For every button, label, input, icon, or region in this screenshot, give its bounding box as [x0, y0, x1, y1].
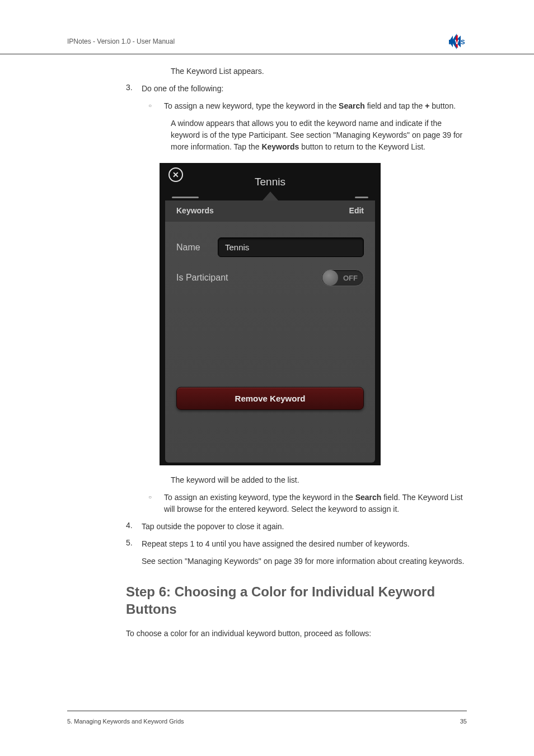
page-footer: 5. Managing Keywords and Keyword Grids 3…	[67, 711, 467, 725]
step3-bullet1: ○ To assign a new keyword, type the keyw…	[148, 100, 467, 112]
step3-para2: A window appears that allows you to edit…	[171, 118, 467, 153]
participant-toggle[interactable]: OFF	[321, 269, 364, 286]
popover-title: Tennis	[162, 166, 378, 189]
edit-panel: Name Tennis Is Participant OFF Remove Ke…	[165, 222, 375, 463]
step-text: Tap outside the popover to close it agai…	[142, 521, 467, 533]
step-num: 3.	[126, 83, 142, 95]
participant-label: Is Participant	[176, 273, 228, 283]
popover-arrow-icon	[263, 192, 278, 200]
bullet-text: To assign a new keyword, type the keywor…	[164, 100, 467, 112]
step3-bullet2: ○ To assign an existing keyword, type th…	[148, 492, 467, 515]
footer-page: 35	[460, 718, 467, 725]
name-label: Name	[176, 242, 218, 253]
step3-after-img: The keyword will be added to the list.	[171, 474, 467, 486]
close-icon[interactable]: ✕	[168, 167, 183, 182]
participant-row: Is Participant OFF	[176, 269, 364, 286]
step-num: 5.	[126, 538, 142, 550]
step-4: 4. Tap outside the popover to close it a…	[126, 521, 467, 533]
tab-edit[interactable]: Edit	[345, 200, 368, 222]
svg-text:S: S	[461, 39, 465, 45]
step6-heading: Step 6: Choosing a Color for Individual …	[126, 583, 467, 618]
bullet-text: To assign an existing keyword, type the …	[164, 492, 467, 515]
tab-bar: Keywords Edit	[165, 200, 375, 222]
step-num: 4.	[126, 521, 142, 533]
popover-screenshot: ✕ Tennis Keywords Edit Name Tennis Is Pa…	[160, 163, 467, 465]
keyword-popover: ✕ Tennis Keywords Edit Name Tennis Is Pa…	[160, 163, 381, 465]
step-text: Do one of the following:	[142, 83, 467, 95]
name-input[interactable]: Tennis	[218, 237, 364, 257]
svg-text:V: V	[455, 39, 460, 45]
footer-section: 5. Managing Keywords and Keyword Grids	[67, 718, 184, 725]
toggle-knob	[322, 270, 338, 286]
step-3: 3. Do one of the following:	[126, 83, 467, 95]
main-content: The Keyword List appears. 3. Do one of t…	[0, 66, 534, 640]
remove-keyword-button[interactable]: Remove Keyword	[176, 387, 364, 410]
page-header: IPNotes - Version 1.0 - User Manual E V …	[0, 0, 534, 54]
header-product: IPNotes - Version 1.0 - User Manual	[67, 38, 175, 45]
step5-after: See section "Managing Keywords" on page …	[142, 556, 467, 567]
step6-intro: To choose a color for an individual keyw…	[126, 628, 467, 640]
toggle-state: OFF	[343, 274, 358, 282]
step-text: Repeat steps 1 to 4 until you have assig…	[142, 538, 467, 550]
evs-logo-icon: E V S	[447, 34, 467, 49]
step-5: 5. Repeat steps 1 to 4 until you have as…	[126, 538, 467, 550]
svg-text:E: E	[448, 39, 453, 45]
intro-text: The Keyword List appears.	[171, 66, 467, 77]
bullet-marker: ○	[148, 100, 164, 112]
name-field-row: Name Tennis	[176, 237, 364, 257]
tab-keywords[interactable]: Keywords	[172, 200, 218, 222]
bullet-marker: ○	[148, 492, 164, 515]
